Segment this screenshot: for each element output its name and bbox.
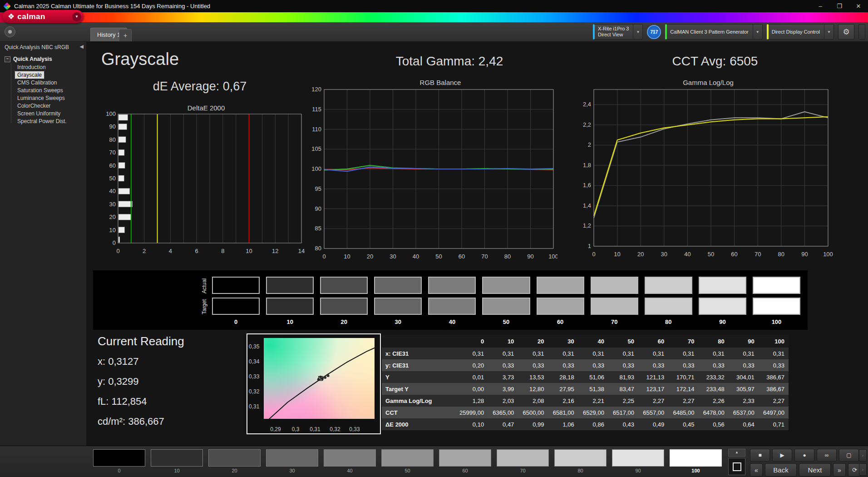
transport-controls: ■▶●∞▢ [750, 449, 861, 462]
maximize-button[interactable]: ❐ [830, 0, 849, 12]
table-cell: 51,06 [578, 374, 608, 381]
table-cell: 2,16 [548, 398, 578, 404]
table-cell: 2,27 [759, 398, 789, 404]
table-cell: 0,20 [458, 362, 488, 369]
svg-text:50: 50 [435, 253, 442, 260]
pattern-level-button-100[interactable]: 100 [670, 449, 722, 473]
calman-menu-button[interactable]: ❖ calman ▼ [3, 10, 84, 23]
transport-and-nav-controls: ■▶●∞▢ « Back Next » ⟳ [750, 449, 861, 477]
sidebar-item-luminance-sweeps[interactable]: Luminance Sweeps [15, 94, 67, 102]
svg-text:14: 14 [298, 248, 305, 254]
close-button[interactable]: ✕ [849, 0, 868, 12]
main-toolbar: History 1 + X-Rite i1Pro 3 Direct View ▼… [0, 22, 868, 42]
table-cell: 1,06 [548, 421, 578, 428]
sidebar-item-grayscale[interactable]: Grayscale [15, 71, 44, 79]
pattern-panel-up-button[interactable]: ▲ [728, 449, 745, 457]
svg-text:1,2: 1,2 [583, 222, 591, 229]
table-cell: 28,18 [548, 374, 578, 381]
back-chevron-button[interactable]: « [750, 463, 763, 477]
pattern-window-button[interactable] [728, 458, 745, 475]
actual-patch-70 [591, 277, 638, 294]
table-cell: 0,33 [668, 362, 698, 369]
record-icon: ● [803, 452, 806, 458]
table-header-row: 0102030405060708090100 [382, 335, 789, 348]
cie-y-tick: 0,32 [249, 388, 259, 395]
table-cell: 51,38 [578, 386, 608, 393]
pattern-level-button-40[interactable]: 40 [324, 449, 376, 473]
sidebar-item-colorchecker[interactable]: ColorChecker [15, 102, 53, 109]
table-cell: 2,03 [488, 398, 518, 404]
table-header-cell: 100 [759, 338, 789, 345]
svg-text:1,8: 1,8 [583, 162, 591, 169]
patch-level-label-10: 10 [266, 318, 314, 325]
meter-reading-badge[interactable]: 717 [647, 25, 661, 39]
cie-overlay-svg [264, 338, 375, 419]
table-cell: 305,97 [729, 386, 759, 393]
svg-text:80: 80 [315, 245, 321, 252]
sidebar-collapse-icon[interactable]: ◀ [80, 44, 84, 50]
pattern-level-button-90[interactable]: 90 [612, 449, 664, 473]
svg-text:1,6: 1,6 [583, 182, 591, 189]
sidebar-item-cms-calibration[interactable]: CMS Calibration [15, 79, 59, 86]
workflow-nav-button[interactable] [5, 26, 15, 37]
svg-text:80: 80 [109, 136, 116, 143]
pattern-fullscreen-button[interactable]: ▢ [839, 449, 859, 462]
table-cell: 27,95 [548, 386, 578, 393]
pattern-level-button-0[interactable]: 0 [93, 449, 145, 473]
back-button[interactable]: Back [765, 463, 797, 477]
pattern-generator-button[interactable]: CalMAN Client 3 Pattern Generator ▼ [665, 24, 762, 40]
mini-expand-down-button[interactable]: › [859, 463, 867, 476]
display-control-button[interactable]: Direct Display Control ▼ [767, 24, 834, 40]
pattern-level-button-30[interactable]: 30 [266, 449, 318, 473]
pattern-level-button-80[interactable]: 80 [554, 449, 607, 473]
svg-text:70: 70 [755, 251, 761, 258]
pattern-level-button-60[interactable]: 60 [439, 449, 491, 473]
sidebar-item-introduction[interactable]: Introduction [15, 64, 48, 71]
record-button[interactable]: ● [794, 449, 814, 462]
table-cell: 0,31 [548, 350, 578, 357]
pattern-level-label: 100 [670, 468, 722, 473]
cie-diagram[interactable]: 0,350,340,330,320,310,290,30,310,320,33 [247, 333, 381, 434]
mini-expand-up-button[interactable]: › [859, 449, 867, 462]
tree-expander-icon[interactable]: − [5, 56, 10, 62]
svg-text:12: 12 [272, 248, 278, 254]
calman-diamond-icon: ❖ [8, 13, 15, 20]
add-tab-button[interactable]: + [119, 29, 132, 41]
table-cell: 0,49 [638, 421, 668, 428]
target-patch-50 [482, 298, 530, 315]
settings-button[interactable]: ⚙ [838, 24, 854, 40]
patch-level-labels: 0102030405060708090100 [212, 318, 800, 325]
svg-text:20: 20 [637, 251, 644, 258]
patch-level-label-60: 60 [537, 318, 584, 325]
reading-fl-value: fL: 112,854 [98, 396, 184, 407]
tree-root-quick-analysis[interactable]: − Quick Analysis [0, 55, 86, 64]
toolbar-overflow-button[interactable] [858, 24, 865, 40]
pattern-level-button-50[interactable]: 50 [381, 449, 434, 473]
pattern-nav-column: ▲ [728, 449, 745, 475]
sidebar-item-saturation-sweeps[interactable]: Saturation Sweeps [15, 87, 65, 94]
table-cell: 0,47 [488, 421, 518, 428]
minimize-button[interactable]: – [811, 0, 830, 12]
actual-patch-0 [212, 277, 260, 294]
actual-row-label: Actual [200, 277, 208, 295]
table-cell: 0,10 [458, 421, 488, 428]
stop-button[interactable]: ■ [750, 449, 770, 462]
link-button[interactable]: ∞ [817, 449, 837, 462]
pattern-level-button-70[interactable]: 70 [497, 449, 549, 473]
pattern-level-button-10[interactable]: 10 [151, 449, 203, 473]
pattern-level-button-20[interactable]: 20 [208, 449, 261, 473]
sidebar-item-screen-uniformity[interactable]: Screen Uniformity [15, 110, 63, 117]
svg-text:10: 10 [344, 253, 350, 260]
next-chevron-button[interactable]: » [833, 463, 846, 477]
table-header-cell: 50 [608, 338, 638, 345]
table-cell: 2,27 [638, 398, 668, 404]
svg-text:110: 110 [312, 126, 321, 133]
sidebar-item-spectral-power-dist[interactable]: Spectral Power Dist. [15, 118, 69, 125]
play-button[interactable]: ▶ [772, 449, 792, 462]
tree-root-label: Quick Analysis [13, 56, 52, 62]
svg-text:40: 40 [413, 253, 419, 260]
meter-device-button[interactable]: X-Rite i1Pro 3 Direct View ▼ [593, 24, 643, 40]
de-average-value: dE Average: 0,67 [113, 80, 286, 94]
next-button[interactable]: Next [799, 463, 831, 477]
table-cell: 2,33 [729, 398, 759, 404]
